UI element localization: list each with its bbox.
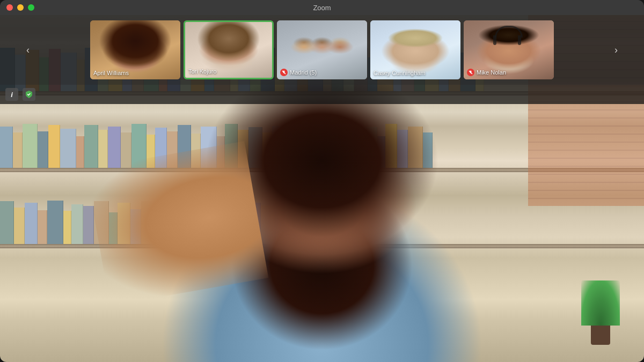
- thumbnail-container: April Williams Tori Kojuro: [38, 20, 606, 79]
- participant-name-madrid: Madrid (5): [280, 69, 317, 76]
- mute-icon: [280, 69, 288, 76]
- participant-name-tori: Tori Kojuro: [188, 68, 217, 75]
- participant-thumbnail[interactable]: Mike Nolan: [464, 20, 554, 79]
- close-button[interactable]: [6, 4, 13, 11]
- prev-arrow[interactable]: ‹: [21, 43, 34, 56]
- shield-icon-button[interactable]: [23, 88, 35, 101]
- window-controls: [6, 4, 34, 11]
- headset-left-earpiece: [493, 35, 496, 45]
- window-title: Zoom: [313, 4, 331, 12]
- participant-thumbnail[interactable]: Madrid (5): [277, 20, 367, 79]
- next-arrow[interactable]: ›: [610, 43, 623, 56]
- info-icon-button[interactable]: i: [5, 88, 18, 101]
- shield-icon: [25, 90, 33, 99]
- headset-right-earpiece: [518, 35, 521, 45]
- main-content: ‹ April Williams: [0, 15, 644, 362]
- participant-thumbnail[interactable]: April Williams: [90, 20, 180, 79]
- mute-icon-mike: [467, 69, 474, 76]
- mic-muted-icon: [282, 70, 286, 75]
- svg-rect-3: [470, 71, 472, 73]
- participant-name-mike: Mike Nolan: [467, 69, 506, 76]
- maximize-button[interactable]: [28, 4, 34, 11]
- titlebar: Zoom: [0, 0, 644, 15]
- participant-thumbnail[interactable]: Casey Cunningham: [370, 20, 460, 79]
- minimize-button[interactable]: [17, 4, 24, 11]
- participant-name-april: April Williams: [93, 70, 129, 76]
- participants-strip: ‹ April Williams: [0, 15, 644, 85]
- participant-name-casey: Casey Cunningham: [374, 70, 426, 76]
- participant-thumbnail[interactable]: Tori Kojuro: [184, 20, 274, 79]
- zoom-window: Zoom: [0, 0, 644, 362]
- mic-muted-icon-mike: [469, 70, 473, 75]
- info-bar: i: [0, 85, 644, 104]
- svg-rect-1: [283, 71, 285, 73]
